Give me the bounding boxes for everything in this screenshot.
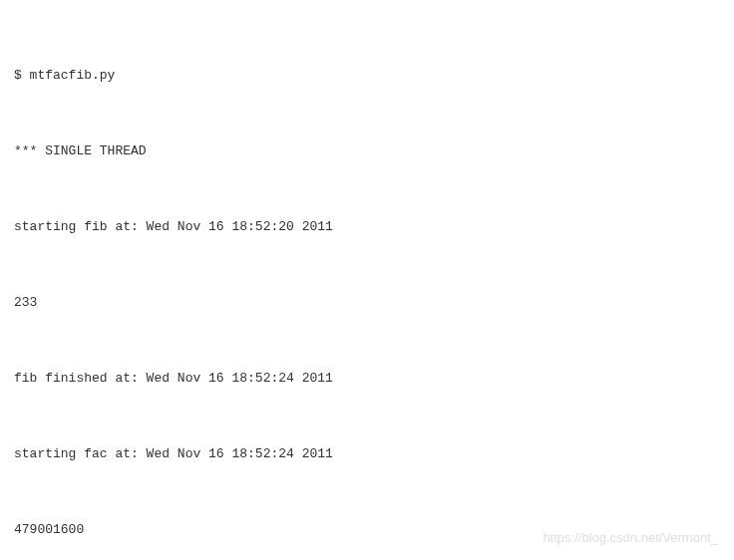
terminal-line: starting fib at: Wed Nov 16 18:52:20 201… [14,214,720,239]
terminal-line: starting fac at: Wed Nov 16 18:52:24 201… [14,441,720,466]
terminal-line: *** SINGLE THREAD [14,139,720,163]
terminal-line: 479001600 [14,517,720,542]
terminal-output: $ mtfacfib.py *** SINGLE THREAD starting… [14,12,720,560]
terminal-line: 233 [14,290,720,315]
terminal-line: fib finished at: Wed Nov 16 18:52:24 201… [14,366,720,391]
terminal-line: $ mtfacfib.py [14,63,720,88]
